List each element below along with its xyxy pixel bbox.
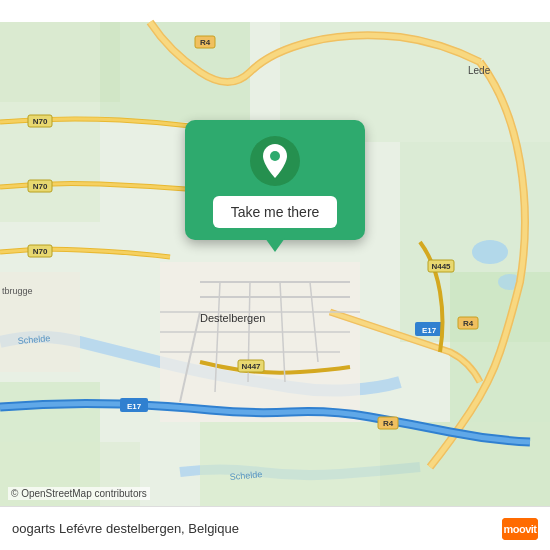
location-label: oogarts Lefévre destelbergen, Belgique — [12, 521, 239, 536]
svg-text:N445: N445 — [431, 262, 451, 271]
svg-text:N70: N70 — [33, 247, 48, 256]
svg-point-50 — [270, 151, 280, 161]
svg-text:E17: E17 — [127, 402, 142, 411]
location-pin-wrapper — [250, 136, 300, 186]
svg-text:R4: R4 — [463, 319, 474, 328]
map-background: E17 E17 R4 R4 R4 N70 N70 N70 — [0, 0, 550, 550]
svg-text:Destelbergen: Destelbergen — [200, 312, 265, 324]
svg-text:tbrugge: tbrugge — [2, 286, 33, 296]
svg-rect-1 — [160, 262, 360, 422]
svg-text:N70: N70 — [33, 117, 48, 126]
take-me-there-button[interactable]: Take me there — [213, 196, 338, 228]
map-attribution: © OpenStreetMap contributors — [8, 487, 150, 500]
svg-text:N70: N70 — [33, 182, 48, 191]
location-pin-icon — [261, 144, 289, 178]
svg-text:moovit: moovit — [503, 523, 537, 535]
moovit-logo-icon: moovit — [502, 518, 538, 540]
map-container: E17 E17 R4 R4 R4 N70 N70 N70 — [0, 0, 550, 550]
svg-text:R4: R4 — [200, 38, 211, 47]
popup-card: Take me there — [185, 120, 365, 240]
bottom-bar: oogarts Lefévre destelbergen, Belgique m… — [0, 506, 550, 550]
svg-text:Lede: Lede — [468, 65, 491, 76]
svg-text:E17: E17 — [422, 326, 437, 335]
moovit-logo: moovit — [502, 518, 538, 540]
svg-rect-5 — [100, 22, 250, 122]
svg-point-13 — [472, 240, 508, 264]
svg-text:N447: N447 — [241, 362, 261, 371]
svg-text:R4: R4 — [383, 419, 394, 428]
